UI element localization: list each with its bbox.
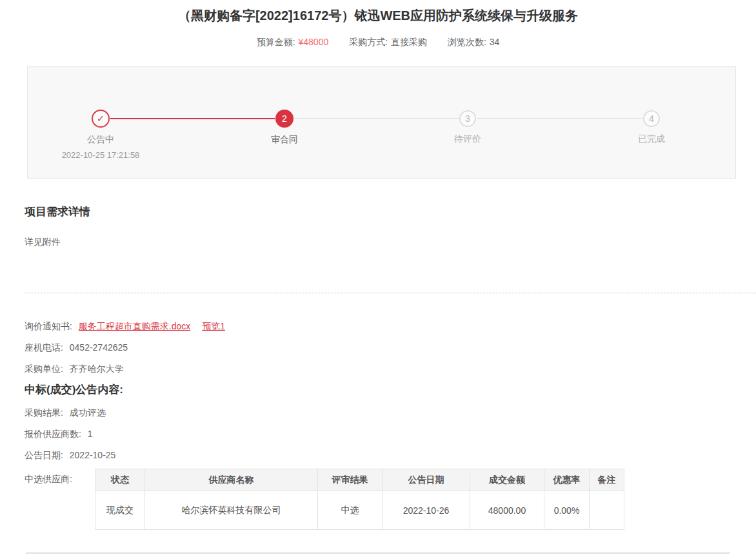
suppliers-count-label: 报价供应商数: xyxy=(25,429,81,439)
budget-value: ¥48000 xyxy=(299,37,329,47)
page-title: （黑财购备字[2022]16172号）铱迅WEB应用防护系统续保与升级服务 xyxy=(0,0,756,24)
notice-row: 询价通知书: 服务工程超市直购需求.docx 预览1 xyxy=(25,320,756,333)
views-meta: 浏览次数:34 xyxy=(448,37,499,47)
dashed-divider xyxy=(25,293,756,293)
col-remarks: 备注 xyxy=(590,469,624,491)
requirements-body: 详见附件 xyxy=(25,235,756,248)
notice-label: 询价通知书: xyxy=(25,321,72,331)
col-discount-rate: 优惠率 xyxy=(544,469,590,491)
table-row: 现成交 哈尔滨怀英科技有限公司 中选 2022-10-26 48000.00 0… xyxy=(95,491,624,530)
step-date: 2022-10-25 17:21:58 xyxy=(43,150,159,160)
cell-deal-amount: 48000.00 xyxy=(470,491,544,530)
buyer-label: 采购单位: xyxy=(25,364,63,374)
step-label: 待评价 xyxy=(410,133,526,145)
winner-label: 中选供应商: xyxy=(25,469,95,485)
step-announced: ✓ 公告中 2022-10-25 17:21:58 xyxy=(43,110,159,160)
step-label: 公告中 xyxy=(43,134,159,146)
supplier-table: 状态 供应商名称 评审结果 公告日期 成交金额 优惠率 备注 现成交 哈尔滨怀英… xyxy=(95,469,624,530)
views-label: 浏览次数: xyxy=(448,37,486,47)
method-meta: 采购方式:直接采购 xyxy=(349,37,430,47)
method-value: 直接采购 xyxy=(391,37,427,47)
cell-discount-rate: 0.00% xyxy=(544,491,590,530)
col-announce-date: 公告日期 xyxy=(383,469,470,491)
phone-label: 座机电话: xyxy=(25,342,63,353)
views-value: 34 xyxy=(490,37,500,47)
step-number-badge: 4 xyxy=(643,110,660,127)
award-heading: 中标(成交)公告内容: xyxy=(25,383,756,397)
progress-stepper: ✓ 公告中 2022-10-25 17:21:58 2 审合同 3 待评价 4 … xyxy=(27,66,736,179)
step-label: 审合同 xyxy=(226,134,343,146)
check-icon: ✓ xyxy=(92,110,110,128)
buyer-row: 采购单位: 齐齐哈尔大学 xyxy=(25,362,756,375)
bottom-divider xyxy=(26,552,730,554)
winner-section: 中选供应商: 状态 供应商名称 评审结果 公告日期 成交金额 优惠率 备注 现成… xyxy=(25,469,756,530)
requirements-heading: 项目需求详情 xyxy=(25,205,756,219)
col-status: 状态 xyxy=(95,469,145,491)
col-deal-amount: 成交金额 xyxy=(470,469,544,491)
step-number-badge: 3 xyxy=(459,110,476,127)
table-header-row: 状态 供应商名称 评审结果 公告日期 成交金额 优惠率 备注 xyxy=(95,469,624,491)
step-number-badge: 2 xyxy=(275,110,293,128)
result-value: 成功评选 xyxy=(70,407,106,418)
step-completed: 4 已完成 xyxy=(593,110,710,145)
col-supplier-name: 供应商名称 xyxy=(145,469,318,491)
step-label: 已完成 xyxy=(593,133,710,145)
meta-row: 预算金额:¥48000 采购方式:直接采购 浏览次数:34 xyxy=(0,35,756,48)
notice-preview-link[interactable]: 预览1 xyxy=(202,321,225,331)
budget-meta: 预算金额:¥48000 xyxy=(257,37,332,47)
cell-supplier-name: 哈尔滨怀英科技有限公司 xyxy=(145,491,318,530)
announce-date-value: 2022-10-25 xyxy=(70,450,116,460)
step-contract-review: 2 审合同 xyxy=(226,110,343,146)
method-label: 采购方式: xyxy=(349,37,388,47)
cell-announce-date: 2022-10-26 xyxy=(383,491,470,530)
col-review-result: 评审结果 xyxy=(318,469,383,491)
announce-date-label: 公告日期: xyxy=(25,450,63,460)
cell-status: 现成交 xyxy=(95,491,145,530)
suppliers-count-value: 1 xyxy=(88,429,93,439)
step-pending-evaluation: 3 待评价 xyxy=(410,110,526,145)
buyer-value: 齐齐哈尔大学 xyxy=(70,364,124,374)
cell-remarks xyxy=(590,491,624,530)
phone-value: 0452-2742625 xyxy=(70,342,128,353)
cell-review-result: 中选 xyxy=(318,491,383,530)
result-label: 采购结果: xyxy=(25,407,63,418)
suppliers-count-row: 报价供应商数: 1 xyxy=(25,427,756,440)
announce-date-row: 公告日期: 2022-10-25 xyxy=(25,449,756,462)
result-row: 采购结果: 成功评选 xyxy=(25,406,756,419)
budget-label: 预算金额: xyxy=(257,37,295,47)
notice-file-link[interactable]: 服务工程超市直购需求.docx xyxy=(79,321,190,331)
phone-row: 座机电话: 0452-2742625 xyxy=(25,341,756,354)
